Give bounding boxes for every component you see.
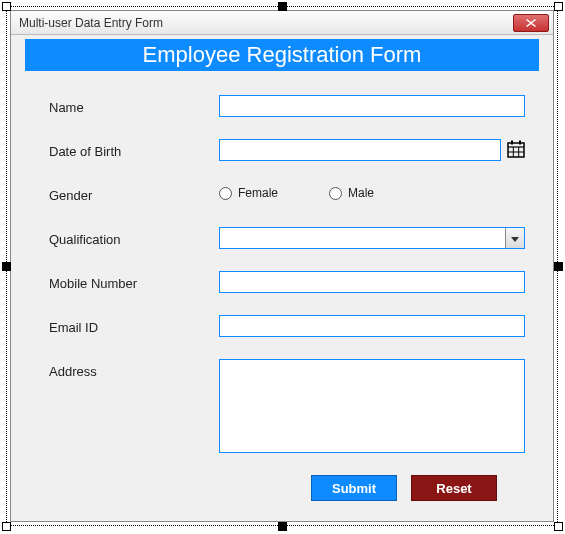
radio-male[interactable]: Male bbox=[327, 185, 376, 201]
label-gender: Gender bbox=[47, 187, 94, 204]
resize-handle-ne[interactable] bbox=[554, 2, 563, 11]
dob-input[interactable] bbox=[219, 139, 501, 161]
close-icon bbox=[526, 19, 536, 27]
svg-rect-2 bbox=[519, 140, 521, 144]
resize-handle-nw[interactable] bbox=[2, 2, 11, 11]
radio-icon bbox=[219, 187, 232, 200]
resize-handle-w[interactable] bbox=[2, 262, 11, 271]
radio-female[interactable]: Female bbox=[217, 185, 280, 201]
mobile-input[interactable] bbox=[219, 271, 525, 293]
combobox-dropdown-button[interactable] bbox=[505, 228, 524, 248]
submit-button[interactable]: Submit bbox=[311, 475, 397, 501]
label-qualification: Qualification bbox=[47, 231, 123, 248]
address-textarea[interactable] bbox=[219, 359, 525, 453]
svg-rect-1 bbox=[511, 140, 513, 144]
calendar-icon bbox=[507, 140, 525, 161]
resize-handle-s[interactable] bbox=[278, 522, 287, 531]
submit-button-label: Submit bbox=[332, 481, 376, 496]
qualification-combobox[interactable] bbox=[219, 227, 525, 249]
form-heading: Employee Registration Form bbox=[25, 39, 539, 71]
email-input[interactable] bbox=[219, 315, 525, 337]
label-name: Name bbox=[47, 99, 86, 116]
label-email: Email ID bbox=[47, 319, 100, 336]
label-mobile: Mobile Number bbox=[47, 275, 139, 292]
window-title: Multi-user Data Entry Form bbox=[19, 16, 163, 30]
radio-icon bbox=[329, 187, 342, 200]
svg-rect-0 bbox=[508, 143, 524, 157]
form-client-area: Employee Registration Form Name Date of … bbox=[11, 35, 553, 521]
calendar-button[interactable] bbox=[505, 139, 527, 161]
label-dob: Date of Birth bbox=[47, 143, 123, 160]
radio-male-label: Male bbox=[348, 186, 374, 200]
name-input[interactable] bbox=[219, 95, 525, 117]
titlebar: Multi-user Data Entry Form bbox=[11, 11, 553, 35]
reset-button-label: Reset bbox=[436, 481, 471, 496]
resize-handle-se[interactable] bbox=[554, 522, 563, 531]
label-address: Address bbox=[47, 363, 99, 380]
reset-button[interactable]: Reset bbox=[411, 475, 497, 501]
resize-handle-sw[interactable] bbox=[2, 522, 11, 531]
resize-handle-e[interactable] bbox=[554, 262, 563, 271]
qualification-value bbox=[220, 228, 505, 248]
resize-handle-n[interactable] bbox=[278, 2, 287, 11]
radio-female-label: Female bbox=[238, 186, 278, 200]
chevron-down-icon bbox=[511, 231, 519, 246]
close-button[interactable] bbox=[513, 14, 549, 32]
form-window: Multi-user Data Entry Form Employee Regi… bbox=[10, 10, 554, 522]
